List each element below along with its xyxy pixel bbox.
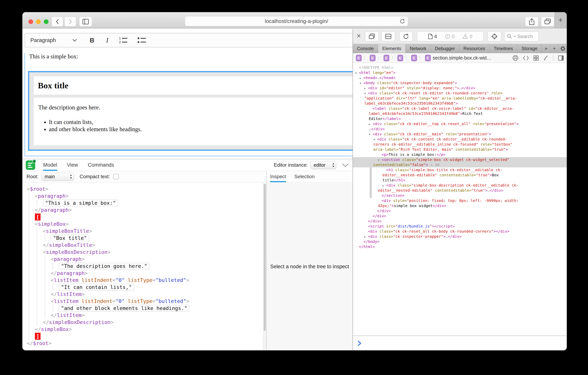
tree-line[interactable]: </simpleBoxTitle> — [22, 242, 263, 249]
zoom-window-button[interactable] — [44, 19, 49, 24]
intro-paragraph[interactable]: This is a simple box: — [29, 53, 374, 60]
devtools-tab-network[interactable]: Network — [406, 44, 431, 53]
tree-line[interactable]: ] — [22, 333, 263, 340]
expand-arrow-icon[interactable]: ▶ — [364, 86, 368, 91]
box-title[interactable]: Box title — [34, 77, 365, 95]
url-field[interactable]: localhost/creating-a-plugin/ — [185, 16, 408, 26]
code-line[interactable]: <h1 class="simple-box-title ck-editor__e… — [353, 167, 567, 173]
tree-line[interactable]: <listItem listIndent="0" listType="bulle… — [22, 276, 263, 284]
tree-line[interactable]: "and other block elements like headings.… — [22, 305, 263, 312]
editor-editable-area[interactable]: This is a simple box: Box title The desc… — [25, 53, 375, 156]
code-line[interactable]: </div> — [353, 213, 567, 219]
close-devtools-button[interactable]: × — [357, 32, 361, 40]
close-window-button[interactable] — [28, 19, 33, 24]
code-line[interactable]: ▼<section class="simple-box ck-widget ck… — [353, 157, 567, 162]
tree-line[interactable]: "Box title" — [22, 234, 263, 242]
element-picker-button[interactable] — [488, 32, 501, 41]
quick-console[interactable] — [353, 336, 567, 350]
code-line[interactable]: <div class="ck ck-reset_all ck-body ck-r… — [353, 229, 567, 234]
tree-line[interactable]: </listItem> — [22, 312, 263, 319]
reload-icon[interactable] — [399, 18, 405, 24]
list-item[interactable]: and other block elements like headings. — [49, 126, 365, 133]
text-node[interactable]: "The description goes here." — [59, 263, 149, 269]
element-badge[interactable]: E — [370, 55, 376, 61]
simple-box-widget[interactable]: Box title The description goes here. It … — [28, 71, 370, 151]
description-paragraph[interactable]: The description goes here. — [38, 104, 365, 111]
code-line[interactable]: </body> — [353, 239, 567, 244]
italic-button[interactable]: I — [106, 36, 108, 44]
collapse-arrow-icon[interactable]: ▼ — [378, 157, 382, 163]
tab-commands[interactable]: Commands — [88, 159, 114, 171]
box-description[interactable]: The description goes here. It can contai… — [34, 98, 365, 145]
collapse-arrow-icon[interactable]: ▼ — [355, 70, 359, 76]
code-line[interactable]: <label class="ck ck-label ck-voice-label… — [353, 106, 567, 111]
code-line[interactable]: "application" dir="ltr" lang="en" aria-l… — [353, 96, 567, 101]
tree-line[interactable]: <simpleBoxDescription> — [22, 249, 263, 255]
search-input[interactable]: Search — [504, 32, 539, 41]
element-badge[interactable]: E — [398, 55, 403, 61]
code-line[interactable]: …</div> — [353, 126, 567, 132]
scrollbar-thumb[interactable] — [264, 184, 266, 331]
bold-button[interactable]: B — [90, 37, 94, 44]
back-button[interactable] — [52, 17, 63, 27]
element-badge[interactable]: E — [384, 55, 389, 61]
code-line[interactable]: </div> — [353, 208, 567, 213]
code-line[interactable]: ▼<div class="ck ck-content ck-editor__ed… — [353, 137, 567, 142]
collapse-arrow-icon[interactable]: ▼ — [360, 81, 364, 86]
root-select[interactable]: main ▲▼ — [41, 173, 74, 181]
devtools-tab-storage[interactable]: Storage — [517, 44, 542, 53]
code-line[interactable]: label_e63cbbfece34c53ce23501062343f49b8"… — [353, 111, 567, 116]
devtools-tab-resources[interactable]: Resources — [459, 44, 490, 53]
show-source-button[interactable] — [523, 55, 529, 60]
activity-viewer[interactable]: 4 0 0 — [417, 32, 484, 41]
code-line[interactable]: <!DOCTYPE html> — [353, 65, 567, 70]
breadcrumb-tail[interactable]: section.simple-box.ck-wid… — [433, 55, 491, 61]
code-line[interactable]: <div style="position: fixed; top: 0px; l… — [353, 198, 567, 203]
detach-devtools-button[interactable] — [365, 32, 379, 41]
tree-scrollbar[interactable] — [263, 183, 266, 350]
tree-line[interactable]: </paragraph> — [22, 207, 263, 213]
grid-overlay-button[interactable] — [534, 55, 539, 61]
devtools-tab-timelines[interactable]: Timelines — [490, 44, 517, 53]
code-line[interactable]: </section> — [353, 193, 567, 198]
share-button[interactable] — [525, 17, 538, 27]
expand-arrow-icon[interactable]: ▶ — [360, 76, 364, 81]
code-line[interactable]: 42px;">simple box widget</div> — [353, 203, 567, 208]
tree-line[interactable]: <$root> — [22, 185, 263, 192]
code-line[interactable]: ▼<div class="ck ck-reset ck-editor ck-ro… — [353, 91, 567, 96]
minimize-window-button[interactable] — [36, 19, 41, 24]
details-sidebar-button[interactable] — [558, 55, 564, 61]
reload-page-button[interactable] — [399, 32, 413, 41]
tree-line[interactable]: </simpleBoxDescription> — [22, 319, 263, 326]
code-line[interactable]: ▶<div class="ck ck-editor__top ck-reset_… — [353, 121, 567, 126]
devtools-tab-console[interactable]: Console — [353, 44, 378, 53]
code-line[interactable]: ▶<div id="editor" style="display: none;"… — [353, 86, 567, 91]
tree-line[interactable]: "This is a simple box:" — [22, 199, 263, 207]
code-line[interactable]: </div> — [353, 219, 567, 224]
collapse-arrow-icon[interactable]: ▼ — [364, 91, 368, 96]
code-line[interactable]: Editor</label> — [353, 116, 567, 121]
code-line[interactable]: ▶<head>…</head> — [353, 75, 567, 80]
code-line[interactable]: editor__nested-editable" contenteditable… — [353, 173, 567, 178]
collapse-arrow-icon[interactable]: ▼ — [369, 132, 373, 137]
collapse-inspector-button[interactable] — [342, 163, 349, 167]
element-badge[interactable]: E — [356, 55, 362, 61]
settings-button[interactable] — [558, 44, 567, 53]
tree-line[interactable]: [ — [22, 213, 263, 221]
tree-line[interactable]: </simpleBox> — [22, 326, 263, 333]
tree-line[interactable]: </paragraph> — [22, 270, 263, 276]
code-line[interactable]: ▼<body class="ck-inspector-body-expanded… — [353, 80, 567, 86]
tree-line[interactable]: "It can contain lists," — [22, 284, 263, 291]
code-line[interactable]: ▼<html lang="en"> — [353, 70, 567, 75]
editor-instance-select[interactable]: editor ▲▼ — [310, 161, 336, 169]
tree-line[interactable]: <paragraph> — [22, 192, 263, 199]
code-line[interactable]: corners ck-editor__editable_inline ck-fo… — [353, 142, 567, 147]
tab-model[interactable]: Model — [43, 159, 57, 171]
dock-side-button[interactable] — [381, 32, 395, 41]
code-line[interactable]: ▶<div class="ck-inspector-wrapper">…</di… — [353, 234, 567, 239]
more-tabs-button[interactable]: » — [542, 44, 550, 53]
expand-arrow-icon[interactable]: ▶ — [382, 183, 386, 188]
element-badge[interactable]: E — [411, 55, 417, 61]
styles-brush-button[interactable] — [543, 55, 549, 61]
new-tab-button[interactable]: + — [554, 12, 567, 28]
